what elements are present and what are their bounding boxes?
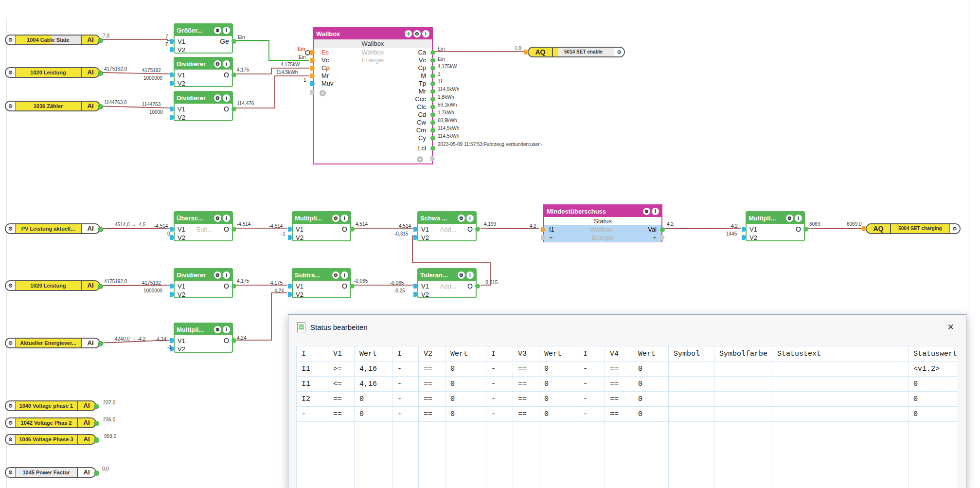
table-cell[interactable]: 0 — [539, 392, 578, 407]
table-cell[interactable]: 0 — [633, 392, 669, 407]
node-groesser[interactable]: Größer...⚙i V1Ge V2 — [174, 23, 233, 54]
output-port[interactable] — [660, 235, 665, 240]
input-port[interactable] — [862, 226, 867, 231]
output-port[interactable] — [232, 107, 236, 111]
input-port[interactable] — [170, 227, 175, 232]
output-port[interactable] — [232, 72, 236, 77]
output-port[interactable] — [430, 97, 435, 102]
table-cell[interactable]: == — [328, 392, 355, 407]
output-port[interactable] — [803, 227, 808, 232]
table-cell[interactable]: == — [419, 392, 445, 407]
add-input-button[interactable]: + — [320, 89, 326, 97]
gear-icon[interactable]: ⚙ — [614, 48, 624, 56]
table-cell[interactable] — [297, 436, 328, 451]
table-cell[interactable] — [772, 407, 909, 422]
input-port[interactable] — [413, 227, 418, 232]
input-port[interactable] — [288, 227, 293, 232]
close-icon[interactable]: ✕ — [944, 321, 957, 333]
node-subtrahierer[interactable]: Subtra...⚙i V1O V2 — [292, 268, 351, 298]
table-cell[interactable]: 0 — [633, 361, 669, 377]
gear-icon[interactable]: ⚙ — [6, 418, 16, 427]
table-cell[interactable] — [714, 466, 772, 480]
table-cell[interactable] — [486, 436, 513, 451]
gear-icon[interactable]: ⚙ — [6, 281, 16, 290]
table-cell[interactable] — [355, 480, 392, 488]
info-icon[interactable]: i — [422, 30, 429, 37]
gear-icon[interactable]: ⚙ — [6, 68, 16, 77]
table-cell[interactable] — [578, 480, 605, 488]
node-ai-1045-power-factor[interactable]: ⚙ 1045 Power Factor AI — [5, 467, 96, 478]
output-port[interactable] — [94, 470, 99, 476]
table-cell[interactable]: 0 — [539, 377, 578, 392]
table-cell[interactable] — [355, 451, 392, 466]
table-cell[interactable] — [633, 466, 669, 480]
table-cell[interactable]: 0 — [445, 377, 486, 392]
output-port[interactable] — [430, 105, 435, 109]
output-port[interactable] — [430, 120, 435, 125]
table-cell[interactable]: 0 — [445, 392, 486, 407]
table-cell[interactable] — [633, 436, 669, 451]
input-port[interactable] — [170, 72, 175, 77]
output-port[interactable] — [94, 404, 99, 409]
output-port[interactable] — [232, 284, 236, 289]
table-cell[interactable] — [419, 422, 445, 437]
table-cell[interactable] — [909, 451, 958, 466]
input-port[interactable] — [288, 292, 293, 297]
output-port[interactable] — [430, 50, 435, 55]
table-cell[interactable]: - — [486, 407, 513, 422]
gear-icon[interactable]: ⚙ — [6, 224, 16, 233]
gear-icon[interactable]: ⚙ — [214, 60, 221, 68]
table-cell[interactable] — [669, 451, 714, 466]
table-cell[interactable]: I1 — [297, 361, 328, 377]
table-cell[interactable] — [714, 451, 772, 466]
input-port[interactable] — [288, 235, 293, 240]
node-dividierer-1[interactable]: Dividierer⚙i V1O V2 — [174, 57, 233, 87]
gear-icon[interactable]: ⚙ — [458, 215, 465, 222]
table-cell[interactable] — [539, 436, 578, 451]
table-cell[interactable] — [355, 466, 392, 480]
table-cell[interactable]: == — [605, 392, 633, 407]
node-ai-1020-leistung-2[interactable]: ⚙ 1020 Leistung AI — [5, 280, 100, 291]
table-cell[interactable] — [669, 436, 714, 451]
table-cell[interactable] — [669, 422, 714, 437]
table-cell[interactable] — [513, 436, 539, 451]
output-port[interactable] — [430, 89, 435, 94]
input-port[interactable] — [170, 338, 175, 343]
node-schwellwert[interactable]: Schwa ...⚙i V1Add...O V2 — [417, 211, 477, 241]
add-output-button[interactable]: + — [653, 234, 657, 241]
output-port[interactable] — [475, 284, 480, 289]
table-cell[interactable] — [328, 422, 355, 437]
node-ai-1046-voltage-3[interactable]: ⚙ 1046 Voltage Phase 3 AI — [5, 434, 96, 445]
table-cell[interactable]: == — [605, 361, 633, 377]
table-cell[interactable] — [445, 480, 486, 488]
table-cell[interactable]: - — [578, 407, 605, 422]
table-cell[interactable]: 0 — [633, 377, 669, 392]
input-port[interactable] — [310, 81, 315, 86]
node-dividierer-3[interactable]: Dividierer⚙i V1O V2 — [174, 268, 233, 298]
table-cell[interactable]: - — [486, 361, 513, 377]
input-port[interactable] — [170, 47, 175, 52]
table-cell[interactable]: == — [328, 407, 355, 422]
table-cell[interactable]: == — [419, 361, 445, 377]
table-cell[interactable] — [328, 466, 355, 480]
node-ai-1004-cable-state[interactable]: ⚙ 1004 Cable State AI — [5, 35, 100, 45]
input-port[interactable] — [413, 292, 418, 297]
output-port[interactable] — [232, 227, 236, 232]
table-cell[interactable] — [355, 422, 392, 437]
gear-icon[interactable]: ⚙ — [458, 271, 465, 279]
input-port[interactable] — [413, 284, 418, 289]
table-cell[interactable] — [486, 480, 513, 488]
table-cell[interactable]: 0 — [445, 361, 486, 377]
table-cell[interactable] — [539, 451, 578, 466]
table-cell[interactable] — [392, 480, 419, 488]
gear-icon[interactable]: ⚙ — [214, 94, 221, 102]
table-cell[interactable] — [605, 436, 633, 451]
info-icon[interactable]: i — [223, 326, 230, 333]
table-cell[interactable] — [328, 451, 355, 466]
info-icon[interactable]: i — [652, 208, 659, 215]
table-cell[interactable] — [909, 436, 958, 451]
table-cell[interactable] — [714, 480, 772, 488]
table-cell[interactable]: - — [578, 392, 605, 407]
table-cell[interactable] — [445, 466, 486, 480]
table-cell[interactable] — [772, 466, 909, 480]
